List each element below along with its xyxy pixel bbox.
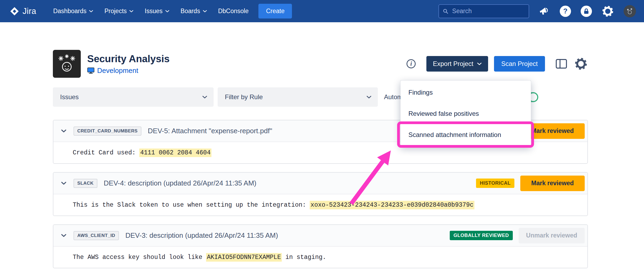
scan-project-button[interactable]: Scan Project	[494, 56, 545, 72]
project-line: Development	[87, 66, 170, 75]
finding-header: AWS_CLIENT_ID DEV-3: description (update…	[53, 225, 587, 247]
panel-layout-icon	[556, 59, 567, 69]
nav-dashboards-label: Dashboards	[53, 8, 86, 15]
title-block: Security Analysis Development	[87, 53, 170, 75]
create-button[interactable]: Create	[258, 4, 292, 18]
finding-body: The AWS access key should look like AKIA…	[53, 247, 587, 268]
nav-projects-label: Projects	[104, 8, 127, 15]
detail-panel-button[interactable]	[556, 59, 567, 69]
nav-projects[interactable]: Projects	[99, 0, 139, 22]
top-navbar: Jira Dashboards Projects Issues Boards D…	[0, 0, 644, 22]
announcement-megaphone-icon[interactable]	[539, 6, 550, 16]
globally-reviewed-badge: GLOBALLY REVIEWED	[450, 231, 513, 240]
chevron-down-icon	[477, 62, 482, 65]
chevron-down-icon	[129, 10, 133, 13]
primary-nav: Dashboards Projects Issues Boards DbCons…	[47, 0, 254, 22]
finding-title: DEV-4: description (updated 26/Apr/24 11…	[104, 179, 476, 187]
jira-logo[interactable]: Jira	[10, 6, 36, 16]
rule-filter-value: Filter by Rule	[225, 93, 263, 101]
secret-text: 4111 0062 2084 4604	[139, 149, 211, 157]
finding-card-dev3: AWS_CLIENT_ID DEV-3: description (update…	[53, 224, 588, 268]
nav-boards[interactable]: Boards	[175, 0, 213, 22]
rule-badge: SLACK	[74, 179, 97, 188]
info-icon[interactable]: i	[407, 59, 416, 68]
finding-body: This is the Slack token to use when sett…	[53, 194, 587, 216]
scan-project-label: Scan Project	[501, 60, 538, 68]
menu-item-findings[interactable]: Findings	[401, 82, 531, 103]
menu-item-reviewed-false-positives[interactable]: Reviewed false positives	[401, 103, 531, 124]
user-avatar[interactable]	[624, 5, 636, 17]
finding-text-prefix: This is the Slack token to use when sett…	[73, 202, 310, 209]
chevron-down-icon	[203, 10, 207, 13]
menu-item-scanned-attachment-information[interactable]: Scanned attachment information	[401, 124, 531, 145]
export-menu-dropdown: Findings Reviewed false positives Scanne…	[400, 80, 531, 147]
padlock-glyph	[584, 8, 589, 14]
finding-text-suffix: in staging.	[282, 254, 326, 261]
rule-badge: CREDIT_CARD_NUMBERS	[74, 127, 141, 136]
project-avatar-art	[56, 53, 78, 75]
chevron-down-icon	[202, 96, 207, 99]
nav-issues[interactable]: Issues	[139, 0, 175, 22]
search-input[interactable]	[452, 7, 525, 15]
export-project-button[interactable]: Export Project	[426, 56, 488, 72]
lock-icon[interactable]	[581, 6, 592, 17]
navbar-icon-group: ?	[539, 5, 636, 17]
search-icon	[443, 8, 448, 14]
export-project-label: Export Project	[433, 60, 473, 68]
collapse-chevron-icon[interactable]	[61, 181, 67, 185]
info-glyph: i	[410, 60, 412, 67]
collapse-chevron-icon[interactable]	[61, 129, 67, 133]
header-actions: i Export Project Scan Project	[407, 56, 588, 72]
secret-text: xoxo-523423-234243-234233-e039d02840a0b9…	[310, 201, 474, 209]
chevron-down-icon	[165, 10, 169, 13]
issues-filter-select[interactable]: Issues	[53, 87, 214, 107]
rule-badge: AWS_CLIENT_ID	[74, 231, 119, 240]
finding-text-prefix: Credit Card used:	[73, 149, 139, 156]
jira-mark-icon	[10, 6, 19, 16]
settings-gear-icon[interactable]	[602, 5, 614, 17]
chevron-down-icon	[89, 10, 93, 13]
chevron-down-icon	[367, 96, 371, 99]
nav-dashboards[interactable]: Dashboards	[47, 0, 99, 22]
brand-name: Jira	[23, 6, 36, 16]
finding-card-dev4: SLACK DEV-4: description (updated 26/Apr…	[53, 172, 588, 216]
page-header: Security Analysis Development i Export P…	[53, 50, 588, 78]
nav-dbconsole[interactable]: DbConsole	[213, 0, 254, 22]
finding-text-prefix: The AWS access key should look like	[73, 254, 206, 261]
nav-boards-label: Boards	[181, 8, 200, 15]
nav-dbconsole-label: DbConsole	[218, 8, 249, 15]
issues-filter-value: Issues	[60, 93, 79, 101]
avatar-art	[626, 8, 634, 15]
historical-badge: HISTORICAL	[476, 179, 514, 188]
rule-filter-select[interactable]: Filter by Rule	[218, 87, 378, 107]
monitor-icon	[87, 67, 94, 74]
page-title: Security Analysis	[87, 53, 170, 65]
gear-icon	[574, 57, 588, 71]
finding-title: DEV-3: description (updated 26/Apr/24 11…	[125, 231, 450, 240]
secret-text: AKIAIO5FODNN7EXAMPLE	[206, 253, 282, 262]
project-link[interactable]: Development	[97, 66, 138, 75]
collapse-chevron-icon[interactable]	[61, 234, 67, 237]
help-icon[interactable]: ?	[560, 6, 571, 17]
unmark-reviewed-button[interactable]: Unmark reviewed	[519, 228, 585, 243]
mark-reviewed-button[interactable]: Mark reviewed	[520, 176, 585, 191]
project-avatar	[53, 50, 81, 78]
nav-issues-label: Issues	[145, 8, 162, 15]
finding-header: SLACK DEV-4: description (updated 26/Apr…	[53, 173, 587, 194]
page-settings-button[interactable]	[574, 57, 588, 71]
search-box[interactable]	[438, 4, 529, 18]
